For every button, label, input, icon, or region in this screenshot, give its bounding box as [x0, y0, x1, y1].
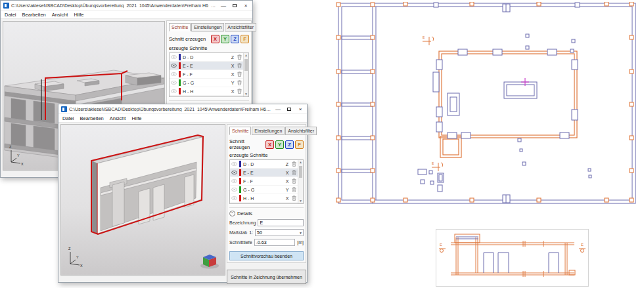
- titlebar[interactable]: C:\Users\akiesel\ISBCAD\Desktop\Übungsvo…: [58, 104, 307, 114]
- section-row[interactable]: H - H X: [230, 194, 298, 203]
- section-row[interactable]: F - F X: [170, 70, 243, 79]
- scrollbar-thumb[interactable]: [244, 59, 248, 71]
- section-row[interactable]: H - H X: [170, 87, 243, 96]
- menu-ansicht[interactable]: Ansicht: [110, 115, 126, 121]
- menubar: Datei Bearbeiten Ansicht Hilfe: [1, 10, 252, 19]
- schnitttiefe-label: Schnitttiefe: [229, 240, 252, 245]
- menu-bearbeiten[interactable]: Bearbeiten: [22, 12, 46, 18]
- tab-einstellungen[interactable]: Einstellungen: [191, 23, 224, 31]
- section-name: F - F: [243, 179, 283, 184]
- maximize-icon: [233, 4, 237, 7]
- end-section-preview-button[interactable]: Schnittvorschau beenden: [229, 251, 304, 260]
- section-row[interactable]: E - E X: [230, 169, 298, 177]
- minimize-button[interactable]: —: [218, 1, 229, 9]
- menubar: Datei Bearbeiten Ansicht Hilfe: [58, 114, 307, 123]
- section-color-bar: [179, 71, 181, 77]
- trash-icon[interactable]: [237, 63, 242, 69]
- apply-sections-to-drawing-button[interactable]: Schnitte in Zeichnung übernehmen: [227, 270, 306, 284]
- eye-icon[interactable]: [231, 179, 237, 184]
- create-section-label: Schnitt erzeugen: [169, 36, 210, 42]
- trash-icon[interactable]: [292, 187, 296, 193]
- minimize-button[interactable]: —: [273, 105, 283, 113]
- axis-x-button[interactable]: X: [211, 35, 219, 43]
- eye-icon[interactable]: [171, 72, 177, 77]
- trash-icon[interactable]: [292, 170, 296, 176]
- section-row[interactable]: F - F X: [230, 177, 298, 186]
- bezeichnung-input[interactable]: [258, 219, 304, 226]
- scrollbar[interactable]: ▲ ▼: [298, 160, 303, 203]
- section-axis: X: [230, 72, 235, 77]
- axis-x-button[interactable]: X: [265, 140, 274, 149]
- massstab-input[interactable]: [255, 229, 304, 236]
- eye-icon[interactable]: [171, 89, 177, 94]
- details-label: Details: [237, 211, 252, 216]
- axis-f-button[interactable]: F: [241, 35, 249, 43]
- trash-icon[interactable]: [292, 195, 296, 201]
- eye-icon[interactable]: [231, 188, 237, 192]
- axis-y-button[interactable]: Y: [275, 140, 284, 149]
- axis-y-button[interactable]: Y: [221, 35, 229, 43]
- section-row[interactable]: E - E X: [170, 62, 243, 70]
- tab-ansichtsfilter[interactable]: Ansichtsfilter: [285, 127, 317, 135]
- menu-hilfe[interactable]: Hilfe: [74, 12, 83, 18]
- menu-hilfe[interactable]: Hilfe: [131, 115, 141, 121]
- section-color-bar: [239, 186, 241, 193]
- trash-icon[interactable]: [292, 161, 296, 167]
- close-button[interactable]: ×: [241, 1, 251, 9]
- 3d-viewport-wall-section[interactable]: Z X Y: [60, 124, 225, 276]
- axis-f-button[interactable]: F: [295, 140, 304, 149]
- eye-icon[interactable]: [171, 64, 177, 68]
- scrollbar-thumb[interactable]: [299, 166, 302, 178]
- maximize-button[interactable]: [284, 105, 294, 113]
- section-color-bar: [179, 54, 181, 60]
- elevation-marker-right: E: [579, 243, 586, 253]
- floor-plan-drawing: E E: [332, 2, 642, 209]
- scroll-up-icon[interactable]: ▲: [298, 160, 303, 165]
- section-color-bar: [179, 88, 181, 94]
- section-name: G - G: [243, 188, 283, 192]
- schnitttiefe-input[interactable]: [254, 239, 296, 246]
- trash-icon[interactable]: [237, 89, 242, 94]
- menu-bearbeiten[interactable]: Bearbeiten: [80, 115, 104, 121]
- scroll-up-icon[interactable]: ▲: [244, 53, 248, 58]
- trash-icon[interactable]: [237, 54, 242, 60]
- tab-ansichtsfilter[interactable]: Ansichtsfilter: [225, 23, 256, 31]
- eye-icon[interactable]: [231, 171, 237, 175]
- view-cube-icon[interactable]: [200, 255, 219, 269]
- svg-text:Y: Y: [17, 154, 20, 157]
- eye-icon[interactable]: [231, 162, 237, 167]
- close-button[interactable]: ×: [295, 105, 306, 113]
- section-row[interactable]: G - G Y: [170, 79, 243, 87]
- section-row[interactable]: G - G Y: [230, 186, 298, 194]
- axis-z-button[interactable]: Z: [231, 35, 239, 43]
- section-name: D - D: [183, 55, 228, 60]
- scroll-down-icon[interactable]: ▼: [244, 92, 248, 96]
- eye-icon[interactable]: [171, 55, 177, 60]
- menu-datei[interactable]: Datei: [62, 115, 74, 121]
- eye-icon[interactable]: [231, 196, 237, 201]
- menu-ansicht[interactable]: Ansicht: [52, 12, 68, 18]
- tab-schnitte[interactable]: Schnitte: [229, 127, 251, 135]
- eye-icon[interactable]: [171, 81, 177, 85]
- tab-schnitte[interactable]: Schnitte: [169, 23, 191, 31]
- dropdown-arrow-icon[interactable]: ▼: [299, 231, 302, 235]
- trash-icon[interactable]: [237, 72, 242, 77]
- axis-z-button[interactable]: Z: [285, 140, 294, 149]
- trash-icon[interactable]: [292, 178, 296, 184]
- titlebar[interactable]: C:\Users\akiesel\ISBCAD\Desktop\Übungsvo…: [1, 1, 252, 10]
- section-row[interactable]: D - D Z: [170, 53, 243, 62]
- sections-panel: Schnitte Einstellungen Ansichtsfilter Sc…: [227, 124, 306, 280]
- menu-datei[interactable]: Datei: [5, 12, 16, 18]
- scrollbar[interactable]: ▲ ▼: [243, 53, 248, 96]
- floor-plan-view[interactable]: E E: [332, 2, 642, 209]
- trash-icon[interactable]: [237, 80, 242, 86]
- tab-einstellungen[interactable]: Einstellungen: [252, 127, 285, 135]
- svg-text:Z: Z: [68, 247, 71, 251]
- section-axis: X: [285, 171, 290, 175]
- section-row[interactable]: D - D Z: [230, 160, 298, 169]
- elevation-view[interactable]: E E: [436, 229, 589, 287]
- maximize-button[interactable]: [229, 1, 240, 9]
- section-axis: Z: [230, 55, 235, 60]
- collapse-icon[interactable]: ^: [229, 211, 235, 216]
- scroll-down-icon[interactable]: ▼: [298, 199, 303, 203]
